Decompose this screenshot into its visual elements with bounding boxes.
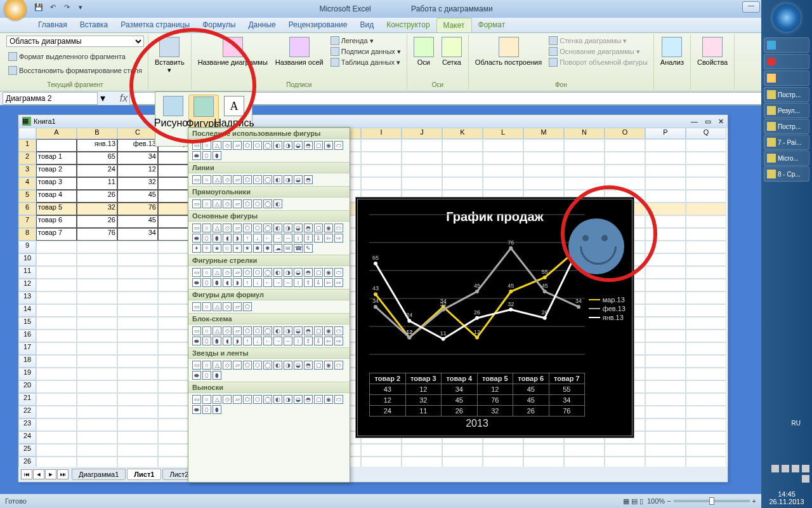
shape-option[interactable]: ▭ bbox=[192, 302, 201, 311]
view-page-layout[interactable]: ▤ bbox=[631, 497, 638, 505]
shape-option[interactable]: ◇ bbox=[223, 224, 232, 232]
shape-option[interactable]: ⬠ bbox=[243, 361, 252, 370]
shape-option[interactable]: △ bbox=[213, 302, 221, 311]
row-header-20[interactable]: 20 bbox=[18, 380, 36, 393]
shape-option[interactable]: ○ bbox=[202, 224, 211, 232]
cell-P20[interactable] bbox=[645, 380, 686, 393]
cell-B22[interactable] bbox=[77, 406, 117, 418]
shape-option[interactable]: ◐ bbox=[273, 395, 282, 404]
language-indicator[interactable]: RU bbox=[792, 420, 801, 427]
row-header-4[interactable]: 4 bbox=[18, 177, 36, 190]
shape-option[interactable]: ◯ bbox=[263, 199, 272, 208]
cell-A26[interactable] bbox=[36, 457, 77, 467]
shape-option[interactable]: ▢ bbox=[314, 326, 323, 335]
cell-B11[interactable] bbox=[77, 266, 117, 279]
shape-option[interactable]: ✷ bbox=[243, 244, 252, 253]
shape-option[interactable]: ☁ bbox=[273, 244, 282, 253]
tab-formulas[interactable]: Формулы bbox=[196, 18, 242, 32]
row-header-24[interactable]: 24 bbox=[18, 431, 36, 444]
shape-option[interactable]: ⇩ bbox=[314, 234, 323, 243]
shape-option[interactable]: ◯ bbox=[263, 395, 272, 404]
shape-option[interactable]: → bbox=[273, 234, 282, 243]
chart-wall-button[interactable]: Стенка диаграммы ▾ bbox=[547, 36, 650, 46]
shape-option[interactable]: △ bbox=[213, 268, 221, 277]
shape-option[interactable]: ▭ bbox=[192, 395, 201, 404]
shape-option[interactable]: ◒ bbox=[294, 141, 303, 150]
start-button[interactable] bbox=[773, 4, 801, 32]
cell-A14[interactable] bbox=[36, 304, 77, 317]
shape-option[interactable]: ↓ bbox=[253, 234, 262, 243]
row-header-25[interactable]: 25 bbox=[18, 444, 36, 457]
cell-Q23[interactable] bbox=[686, 418, 726, 431]
taskbar-item-5[interactable]: 8 - Ср... bbox=[764, 166, 809, 182]
shape-option[interactable]: ◇ bbox=[223, 302, 232, 311]
shape-option[interactable]: ⇦ bbox=[324, 278, 333, 287]
shape-option[interactable]: ⇩ bbox=[314, 337, 323, 345]
shape-option[interactable]: ▢ bbox=[314, 141, 323, 150]
shape-option[interactable]: ◗ bbox=[233, 278, 242, 287]
cell-A7[interactable]: товар 6 bbox=[36, 215, 77, 228]
shape-option[interactable]: ◯ bbox=[263, 141, 272, 150]
shape-option[interactable]: ↓ bbox=[253, 337, 262, 345]
shape-option[interactable]: ⬬ bbox=[192, 337, 201, 345]
tab-chart-format[interactable]: Формат bbox=[472, 18, 512, 32]
cell-P12[interactable] bbox=[645, 279, 686, 291]
cell-A8[interactable]: товар 7 bbox=[36, 228, 77, 241]
cell-B8[interactable]: 76 bbox=[77, 228, 117, 241]
shape-option[interactable]: ◯ bbox=[263, 268, 272, 277]
shape-option[interactable]: ⬮ bbox=[213, 371, 221, 380]
cell-Q8[interactable] bbox=[686, 228, 726, 241]
tab-review[interactable]: Рецензирование bbox=[282, 18, 354, 32]
cell-N4[interactable] bbox=[564, 177, 605, 190]
cell-B2[interactable]: 65 bbox=[77, 152, 117, 164]
row-header-16[interactable]: 16 bbox=[18, 330, 36, 342]
shape-option[interactable]: → bbox=[273, 337, 282, 345]
shape-option[interactable]: ⬡ bbox=[253, 199, 262, 208]
shape-option[interactable]: ◉ bbox=[324, 268, 333, 277]
cell-B5[interactable]: 26 bbox=[77, 190, 117, 203]
shape-option[interactable]: ○ bbox=[202, 395, 211, 404]
shape-option[interactable]: ◓ bbox=[304, 268, 313, 277]
cell-Q9[interactable] bbox=[686, 241, 726, 253]
office-button[interactable] bbox=[4, 0, 27, 20]
cell-C1[interactable]: фев.13 bbox=[117, 139, 158, 152]
cell-N26[interactable] bbox=[564, 457, 605, 467]
cell-B16[interactable] bbox=[77, 330, 117, 342]
shape-option[interactable]: ▭ bbox=[192, 175, 201, 184]
taskbar-item-2[interactable]: Постр... bbox=[764, 119, 809, 134]
cell-C8[interactable]: 34 bbox=[117, 228, 158, 241]
shape-option[interactable]: ▱ bbox=[233, 395, 242, 404]
row-header-5[interactable]: 5 bbox=[18, 190, 36, 203]
sheet-nav-last[interactable]: ⏭ bbox=[57, 469, 69, 479]
row-header-23[interactable]: 23 bbox=[18, 418, 36, 431]
axes-button[interactable]: Оси bbox=[411, 36, 436, 67]
shape-option[interactable]: ◒ bbox=[294, 268, 303, 277]
taskbar-item-0[interactable]: Постр... bbox=[764, 87, 809, 102]
shape-option[interactable]: ← bbox=[263, 337, 272, 345]
cell-C17[interactable] bbox=[117, 342, 158, 355]
shape-option[interactable]: ← bbox=[263, 234, 272, 243]
shape-option[interactable]: △ bbox=[213, 199, 221, 208]
cell-Q19[interactable] bbox=[686, 368, 726, 380]
shape-option[interactable]: ↑ bbox=[243, 337, 252, 345]
cell-A1[interactable] bbox=[36, 139, 77, 152]
cell-B12[interactable] bbox=[77, 279, 117, 291]
pinned-explorer[interactable] bbox=[764, 70, 809, 86]
tray-volume-icon[interactable] bbox=[792, 465, 799, 472]
shape-option[interactable]: ◖ bbox=[223, 234, 232, 243]
tab-home[interactable]: Главная bbox=[32, 18, 74, 32]
zoom-level[interactable]: 100% bbox=[647, 497, 665, 505]
shape-option[interactable]: △ bbox=[213, 224, 221, 232]
row-header-26[interactable]: 26 bbox=[18, 457, 36, 467]
cell-Q26[interactable] bbox=[686, 457, 726, 467]
cell-P22[interactable] bbox=[645, 406, 686, 418]
shape-option[interactable]: ⇧ bbox=[304, 234, 313, 243]
shape-option[interactable]: ↔ bbox=[284, 234, 292, 243]
taskbar-item-4[interactable]: Micro... bbox=[764, 150, 809, 166]
format-selection-button[interactable]: Формат выделенного фрагмента bbox=[6, 51, 144, 62]
col-header-M[interactable]: M bbox=[523, 128, 564, 139]
cell-P21[interactable] bbox=[645, 393, 686, 406]
shape-option[interactable]: ⇨ bbox=[334, 337, 343, 345]
cell-C5[interactable]: 45 bbox=[117, 190, 158, 203]
cell-O4[interactable] bbox=[605, 177, 645, 190]
